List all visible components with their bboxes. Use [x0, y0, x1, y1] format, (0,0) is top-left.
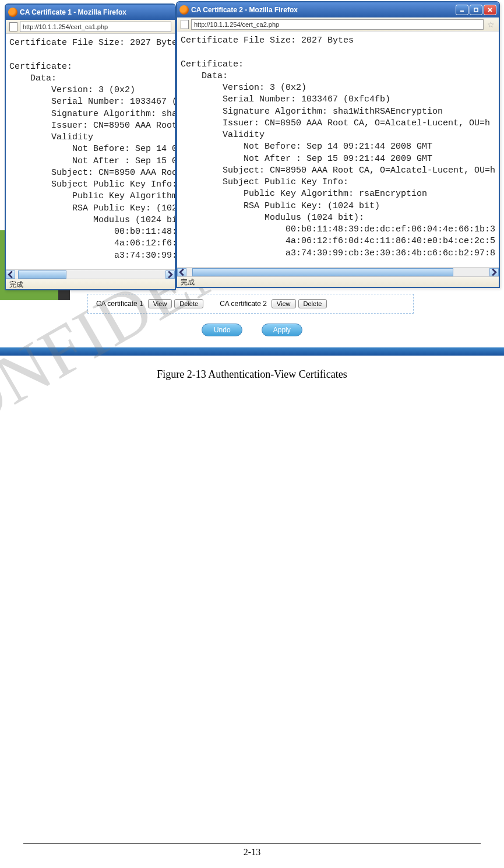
scroll-track[interactable]: [15, 270, 165, 279]
ca-cert1-label: CA certificate 1: [96, 300, 143, 308]
scroll-left-icon[interactable]: [177, 268, 186, 276]
scroll-left-icon[interactable]: [6, 270, 15, 279]
url-field[interactable]: http://10.1.1.254/cert_ca1.php: [20, 22, 171, 32]
horizontal-scrollbar[interactable]: [177, 267, 499, 276]
certificate-text: Certificate File Size: 2027 Bytes Certif…: [6, 34, 175, 272]
page-icon: [181, 20, 189, 29]
screenshot-composite: CA Certificate 1 - Mozilla Firefox http:…: [0, 0, 504, 356]
figure-caption: Figure 2-13 Authentication-View Certific…: [0, 368, 504, 381]
window-title: CA Certificate 1 - Mozilla Firefox: [20, 8, 126, 16]
maximize-button[interactable]: [470, 5, 482, 15]
address-bar-row: http://10.1.1.254/cert_ca2.php ☆: [177, 17, 499, 31]
minimize-button[interactable]: [456, 5, 468, 15]
titlebar[interactable]: CA Certificate 1 - Mozilla Firefox: [6, 5, 175, 20]
view-ca2-button[interactable]: View: [272, 299, 296, 308]
status-bar: 完成: [177, 276, 499, 287]
status-bar: 完成: [6, 279, 175, 289]
bg-bluebar: [0, 347, 504, 356]
horizontal-scrollbar[interactable]: [6, 269, 175, 279]
apply-button[interactable]: Apply: [262, 324, 302, 336]
close-button[interactable]: [484, 5, 496, 15]
url-field[interactable]: http://10.1.1.254/cert_ca2.php: [191, 19, 484, 30]
ca-cert2-label: CA certificate 2: [220, 300, 267, 308]
certificate-text: Certificate File Size: 2027 Bytes Certif…: [177, 31, 499, 269]
undo-button[interactable]: Undo: [202, 324, 242, 336]
bookmark-star-icon[interactable]: ☆: [486, 20, 495, 29]
scroll-right-icon[interactable]: [489, 268, 499, 276]
firefox-icon: [8, 8, 17, 17]
action-button-row: Undo Apply: [0, 324, 504, 336]
document-page: CA Certificate 1 - Mozilla Firefox http:…: [0, 0, 504, 868]
svg-rect-0: [474, 8, 478, 12]
ca-certificate-row: CA certificate 1 View Delete CA certific…: [87, 294, 414, 314]
scroll-thumb[interactable]: [192, 268, 453, 276]
address-bar-row: http://10.1.1.254/cert_ca1.php: [6, 20, 175, 34]
scroll-right-icon[interactable]: [165, 270, 175, 279]
delete-ca1-button[interactable]: Delete: [174, 299, 203, 308]
firefox-icon: [179, 5, 189, 15]
titlebar[interactable]: CA Certificate 2 - Mozilla Firefox: [177, 2, 499, 17]
page-icon: [9, 22, 17, 31]
window-title: CA Certificate 2 - Mozilla Firefox: [191, 6, 298, 14]
delete-ca2-button[interactable]: Delete: [298, 299, 327, 308]
view-ca1-button[interactable]: View: [148, 299, 172, 308]
scroll-thumb[interactable]: [18, 270, 66, 279]
browser-window-ca1: CA Certificate 1 - Mozilla Firefox http:…: [5, 3, 176, 290]
page-number: 2-13: [23, 843, 481, 858]
browser-window-ca2: CA Certificate 2 - Mozilla Firefox http:…: [176, 1, 500, 288]
scroll-track[interactable]: [186, 268, 489, 276]
